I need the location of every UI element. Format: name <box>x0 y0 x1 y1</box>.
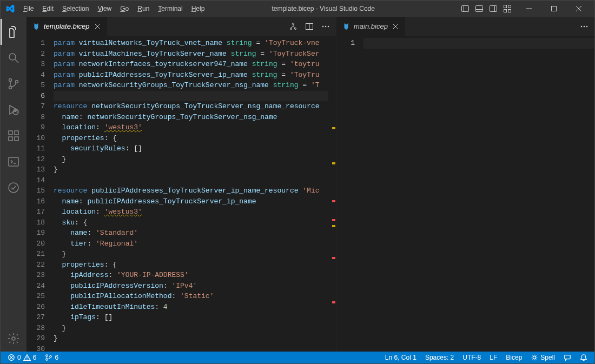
bicep-file-icon <box>32 22 41 31</box>
svg-point-11 <box>9 54 16 60</box>
svg-point-24 <box>290 28 292 29</box>
maximize-button[interactable] <box>541 1 566 17</box>
testing-icon[interactable] <box>1 175 27 201</box>
layout-controls <box>459 3 513 15</box>
svg-rect-16 <box>9 131 12 135</box>
status-spell[interactable]: Spell <box>528 352 558 363</box>
editor-actions-right <box>574 17 594 36</box>
code-editor-right[interactable]: 1 <box>336 36 594 352</box>
settings-gear-icon[interactable] <box>1 326 27 352</box>
split-editor-icon[interactable] <box>305 22 314 31</box>
svg-rect-17 <box>9 137 12 141</box>
status-encoding[interactable]: UTF-8 <box>460 352 484 363</box>
close-icon[interactable] <box>391 22 400 31</box>
svg-point-30 <box>328 25 329 27</box>
title-bar: Filedocument.currentScript.previousEleme… <box>1 1 594 17</box>
terminal-panel-icon[interactable] <box>1 149 27 175</box>
activity-bar <box>1 17 27 352</box>
more-actions-icon[interactable] <box>579 22 589 31</box>
tab-bar-right: main.bicep <box>336 17 594 36</box>
svg-rect-39 <box>565 355 571 359</box>
explorer-icon[interactable] <box>1 19 27 45</box>
svg-rect-18 <box>15 137 18 141</box>
svg-rect-6 <box>504 5 507 8</box>
extensions-icon[interactable] <box>1 123 27 149</box>
svg-point-22 <box>12 337 15 340</box>
status-scm[interactable]: 6 <box>42 352 61 363</box>
editor-groups: template.bicep 1234567891011121314151617… <box>27 17 594 352</box>
menu-terminal[interactable]: Terminal <box>154 3 187 15</box>
main-menu: Filedocument.currentScript.previousEleme… <box>19 3 209 15</box>
window-controls <box>517 1 591 17</box>
svg-rect-19 <box>15 131 18 135</box>
window-title: template.bicep - Visual Studio Code <box>209 5 459 12</box>
status-problems[interactable]: 0 6 <box>5 352 39 363</box>
editor-pane-left: template.bicep 1234567891011121314151617… <box>27 17 336 352</box>
menu-edit[interactable]: Edit <box>38 3 58 15</box>
tab-label: main.bicep <box>354 22 388 30</box>
svg-point-23 <box>293 23 294 24</box>
toggle-secondary-sidebar-icon[interactable] <box>487 3 499 15</box>
status-language[interactable]: Bicep <box>503 352 525 363</box>
svg-point-25 <box>295 28 296 29</box>
svg-point-33 <box>586 25 588 27</box>
search-icon[interactable] <box>1 45 27 71</box>
menu-help[interactable]: Help <box>187 3 209 15</box>
code-editor-left[interactable]: 1234567891011121314151617181920212223242… <box>27 36 336 352</box>
minimize-button[interactable] <box>517 1 541 17</box>
svg-point-21 <box>9 183 18 193</box>
scm-count: 6 <box>55 354 58 361</box>
vscode-logo-icon <box>6 4 15 13</box>
svg-rect-20 <box>9 157 18 166</box>
svg-rect-0 <box>462 6 469 12</box>
status-feedback-icon[interactable] <box>561 352 574 363</box>
tab-label: template.bicep <box>44 22 90 30</box>
main-area: template.bicep 1234567891011121314151617… <box>1 17 594 352</box>
run-debug-icon[interactable] <box>1 97 27 123</box>
svg-point-29 <box>325 25 327 27</box>
svg-rect-4 <box>490 6 497 12</box>
svg-point-36 <box>46 359 48 361</box>
tab-bar-left: template.bicep <box>27 17 336 36</box>
toggle-primary-sidebar-icon[interactable] <box>459 3 471 15</box>
menu-file[interactable]: Filedocument.currentScript.previousEleme… <box>19 3 38 15</box>
svg-rect-10 <box>552 6 557 11</box>
more-actions-icon[interactable] <box>321 22 330 31</box>
svg-rect-2 <box>476 6 483 12</box>
tab-main-bicep[interactable]: main.bicep <box>336 17 406 36</box>
svg-point-37 <box>50 356 52 358</box>
svg-rect-9 <box>508 10 511 12</box>
editor-actions-left <box>283 17 336 36</box>
svg-point-13 <box>9 87 12 89</box>
line-gutter: 1 <box>336 36 363 352</box>
error-count: 0 <box>17 354 21 361</box>
editor-pane-right: main.bicep 1 <box>336 17 594 352</box>
menu-view[interactable]: View <box>93 3 116 15</box>
source-control-icon[interactable] <box>1 71 27 97</box>
close-icon[interactable] <box>93 22 102 31</box>
svg-point-38 <box>533 356 536 359</box>
overview-ruler[interactable] <box>328 36 336 352</box>
svg-point-12 <box>9 79 12 82</box>
customize-layout-icon[interactable] <box>501 3 513 15</box>
menu-run[interactable]: Run <box>133 3 154 15</box>
toggle-panel-icon[interactable] <box>473 3 485 15</box>
close-button[interactable] <box>566 1 591 17</box>
menu-go[interactable]: Go <box>116 3 133 15</box>
status-cursor-position[interactable]: Ln 6, Col 1 <box>382 352 419 363</box>
code-content[interactable] <box>363 36 594 352</box>
status-bar: 0 6 6 Ln 6, Col 1 Spaces: 2 UTF-8 LF Bic… <box>1 352 594 363</box>
svg-point-31 <box>581 25 583 27</box>
status-notifications-icon[interactable] <box>577 352 590 363</box>
svg-point-28 <box>322 25 324 27</box>
code-content[interactable]: param virtualNetworks_ToyTruck_vnet_name… <box>54 36 328 352</box>
warning-count: 6 <box>33 354 37 361</box>
svg-rect-7 <box>508 5 511 8</box>
svg-point-32 <box>584 25 585 27</box>
status-indentation[interactable]: Spaces: 2 <box>422 352 457 363</box>
tab-template-bicep[interactable]: template.bicep <box>27 17 108 36</box>
svg-rect-8 <box>504 10 507 12</box>
status-eol[interactable]: LF <box>487 352 500 363</box>
menu-selection[interactable]: Selection <box>58 3 93 15</box>
hierarchy-icon[interactable] <box>288 22 298 31</box>
